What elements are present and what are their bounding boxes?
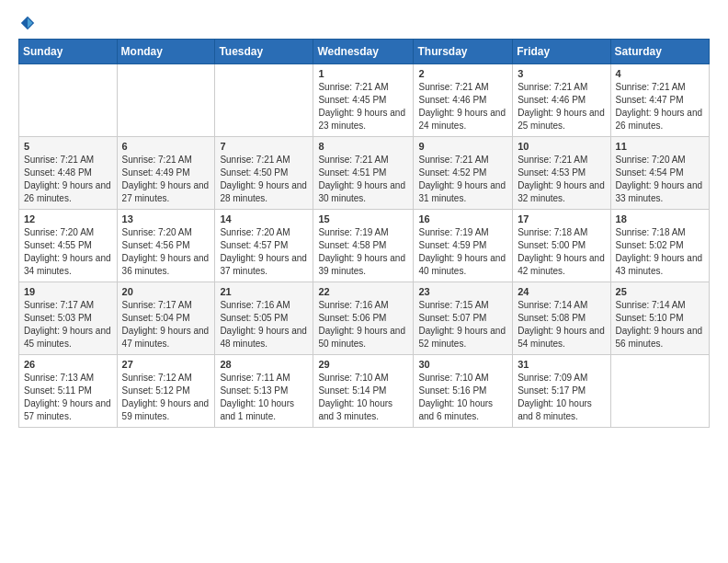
day-number: 30 <box>418 359 507 370</box>
day-cell: 24Sunrise: 7:14 AM Sunset: 5:08 PM Dayli… <box>513 282 610 355</box>
day-info: Sunrise: 7:14 AM Sunset: 5:08 PM Dayligh… <box>518 299 605 350</box>
day-cell: 11Sunrise: 7:20 AM Sunset: 4:54 PM Dayli… <box>610 137 709 210</box>
day-info: Sunrise: 7:17 AM Sunset: 5:03 PM Dayligh… <box>24 299 112 350</box>
day-cell: 6Sunrise: 7:21 AM Sunset: 4:49 PM Daylig… <box>117 137 215 210</box>
day-info: Sunrise: 7:10 AM Sunset: 5:14 PM Dayligh… <box>318 372 408 423</box>
day-number: 3 <box>518 68 605 79</box>
header-monday: Monday <box>117 40 215 64</box>
calendar-header-row: SundayMondayTuesdayWednesdayThursdayFrid… <box>19 40 710 64</box>
day-info: Sunrise: 7:21 AM Sunset: 4:52 PM Dayligh… <box>418 154 507 205</box>
day-info: Sunrise: 7:09 AM Sunset: 5:17 PM Dayligh… <box>518 372 605 423</box>
day-info: Sunrise: 7:18 AM Sunset: 5:02 PM Dayligh… <box>616 226 704 278</box>
day-number: 19 <box>24 286 112 297</box>
header-sunday: Sunday <box>19 40 118 64</box>
day-info: Sunrise: 7:20 AM Sunset: 4:57 PM Dayligh… <box>220 226 308 278</box>
day-cell: 18Sunrise: 7:18 AM Sunset: 5:02 PM Dayli… <box>610 210 709 282</box>
header-wednesday: Wednesday <box>313 40 414 64</box>
day-cell: 7Sunrise: 7:21 AM Sunset: 4:50 PM Daylig… <box>215 137 313 210</box>
day-cell: 25Sunrise: 7:14 AM Sunset: 5:10 PM Dayli… <box>610 282 709 355</box>
day-number: 8 <box>318 141 408 152</box>
day-info: Sunrise: 7:13 AM Sunset: 5:11 PM Dayligh… <box>24 372 112 423</box>
day-cell: 5Sunrise: 7:21 AM Sunset: 4:48 PM Daylig… <box>19 137 118 210</box>
day-cell: 4Sunrise: 7:21 AM Sunset: 4:47 PM Daylig… <box>610 64 709 137</box>
day-info: Sunrise: 7:21 AM Sunset: 4:48 PM Dayligh… <box>24 154 112 205</box>
day-info: Sunrise: 7:14 AM Sunset: 5:10 PM Dayligh… <box>616 299 704 350</box>
day-cell: 22Sunrise: 7:16 AM Sunset: 5:06 PM Dayli… <box>313 282 414 355</box>
day-number: 20 <box>122 286 210 297</box>
day-number: 29 <box>318 359 408 370</box>
day-number: 15 <box>318 213 408 224</box>
day-cell <box>19 64 118 137</box>
day-info: Sunrise: 7:16 AM Sunset: 5:05 PM Dayligh… <box>220 299 308 350</box>
day-number: 6 <box>122 141 210 152</box>
day-info: Sunrise: 7:21 AM Sunset: 4:49 PM Dayligh… <box>122 154 210 205</box>
day-cell <box>117 64 215 137</box>
day-info: Sunrise: 7:21 AM Sunset: 4:51 PM Dayligh… <box>318 154 408 205</box>
week-row-3: 12Sunrise: 7:20 AM Sunset: 4:55 PM Dayli… <box>19 210 710 282</box>
day-number: 21 <box>220 286 308 297</box>
logo-icon <box>19 15 36 31</box>
day-cell: 20Sunrise: 7:17 AM Sunset: 5:04 PM Dayli… <box>117 282 215 355</box>
day-cell: 1Sunrise: 7:21 AM Sunset: 4:45 PM Daylig… <box>313 64 414 137</box>
day-number: 7 <box>220 141 308 152</box>
day-number: 10 <box>518 141 605 152</box>
day-number: 9 <box>418 141 507 152</box>
day-cell: 12Sunrise: 7:20 AM Sunset: 4:55 PM Dayli… <box>19 210 118 282</box>
day-number: 5 <box>24 141 112 152</box>
day-cell: 17Sunrise: 7:18 AM Sunset: 5:00 PM Dayli… <box>513 210 610 282</box>
day-cell: 13Sunrise: 7:20 AM Sunset: 4:56 PM Dayli… <box>117 210 215 282</box>
day-info: Sunrise: 7:10 AM Sunset: 5:16 PM Dayligh… <box>418 372 507 423</box>
day-cell: 14Sunrise: 7:20 AM Sunset: 4:57 PM Dayli… <box>215 210 313 282</box>
header-friday: Friday <box>513 40 610 64</box>
day-number: 14 <box>220 213 308 224</box>
day-number: 2 <box>418 68 507 79</box>
day-number: 4 <box>616 68 704 79</box>
day-info: Sunrise: 7:19 AM Sunset: 4:59 PM Dayligh… <box>418 226 507 278</box>
day-number: 31 <box>518 359 605 370</box>
day-info: Sunrise: 7:11 AM Sunset: 5:13 PM Dayligh… <box>220 372 308 423</box>
day-info: Sunrise: 7:15 AM Sunset: 5:07 PM Dayligh… <box>418 299 507 350</box>
day-number: 26 <box>24 359 112 370</box>
header <box>18 15 710 31</box>
week-row-2: 5Sunrise: 7:21 AM Sunset: 4:48 PM Daylig… <box>19 137 710 210</box>
week-row-5: 26Sunrise: 7:13 AM Sunset: 5:11 PM Dayli… <box>19 355 710 428</box>
day-number: 13 <box>122 213 210 224</box>
day-info: Sunrise: 7:21 AM Sunset: 4:50 PM Dayligh… <box>220 154 308 205</box>
day-info: Sunrise: 7:21 AM Sunset: 4:53 PM Dayligh… <box>518 154 605 205</box>
day-cell: 15Sunrise: 7:19 AM Sunset: 4:58 PM Dayli… <box>313 210 414 282</box>
day-cell: 31Sunrise: 7:09 AM Sunset: 5:17 PM Dayli… <box>513 355 610 428</box>
day-number: 12 <box>24 213 112 224</box>
day-info: Sunrise: 7:20 AM Sunset: 4:56 PM Dayligh… <box>122 226 210 278</box>
day-info: Sunrise: 7:20 AM Sunset: 4:54 PM Dayligh… <box>616 154 704 205</box>
header-thursday: Thursday <box>414 40 513 64</box>
day-cell: 16Sunrise: 7:19 AM Sunset: 4:59 PM Dayli… <box>414 210 513 282</box>
day-number: 17 <box>518 213 605 224</box>
day-number: 23 <box>418 286 507 297</box>
logo <box>18 15 36 31</box>
day-cell: 21Sunrise: 7:16 AM Sunset: 5:05 PM Dayli… <box>215 282 313 355</box>
day-cell: 23Sunrise: 7:15 AM Sunset: 5:07 PM Dayli… <box>414 282 513 355</box>
calendar-table: SundayMondayTuesdayWednesdayThursdayFrid… <box>18 39 710 428</box>
day-info: Sunrise: 7:16 AM Sunset: 5:06 PM Dayligh… <box>318 299 408 350</box>
day-cell: 10Sunrise: 7:21 AM Sunset: 4:53 PM Dayli… <box>513 137 610 210</box>
day-cell: 19Sunrise: 7:17 AM Sunset: 5:03 PM Dayli… <box>19 282 118 355</box>
day-number: 22 <box>318 286 408 297</box>
day-info: Sunrise: 7:21 AM Sunset: 4:46 PM Dayligh… <box>418 81 507 132</box>
day-number: 28 <box>220 359 308 370</box>
day-cell: 26Sunrise: 7:13 AM Sunset: 5:11 PM Dayli… <box>19 355 118 428</box>
day-number: 1 <box>318 68 408 79</box>
header-saturday: Saturday <box>610 40 709 64</box>
day-cell <box>610 355 709 428</box>
day-number: 27 <box>122 359 210 370</box>
day-number: 25 <box>616 286 704 297</box>
day-info: Sunrise: 7:21 AM Sunset: 4:47 PM Dayligh… <box>616 81 704 132</box>
day-info: Sunrise: 7:12 AM Sunset: 5:12 PM Dayligh… <box>122 372 210 423</box>
day-cell <box>215 64 313 137</box>
week-row-1: 1Sunrise: 7:21 AM Sunset: 4:45 PM Daylig… <box>19 64 710 137</box>
day-info: Sunrise: 7:19 AM Sunset: 4:58 PM Dayligh… <box>318 226 408 278</box>
page: SundayMondayTuesdayWednesdayThursdayFrid… <box>0 0 728 442</box>
week-row-4: 19Sunrise: 7:17 AM Sunset: 5:03 PM Dayli… <box>19 282 710 355</box>
day-info: Sunrise: 7:18 AM Sunset: 5:00 PM Dayligh… <box>518 226 605 278</box>
day-info: Sunrise: 7:21 AM Sunset: 4:46 PM Dayligh… <box>518 81 605 132</box>
day-cell: 27Sunrise: 7:12 AM Sunset: 5:12 PM Dayli… <box>117 355 215 428</box>
